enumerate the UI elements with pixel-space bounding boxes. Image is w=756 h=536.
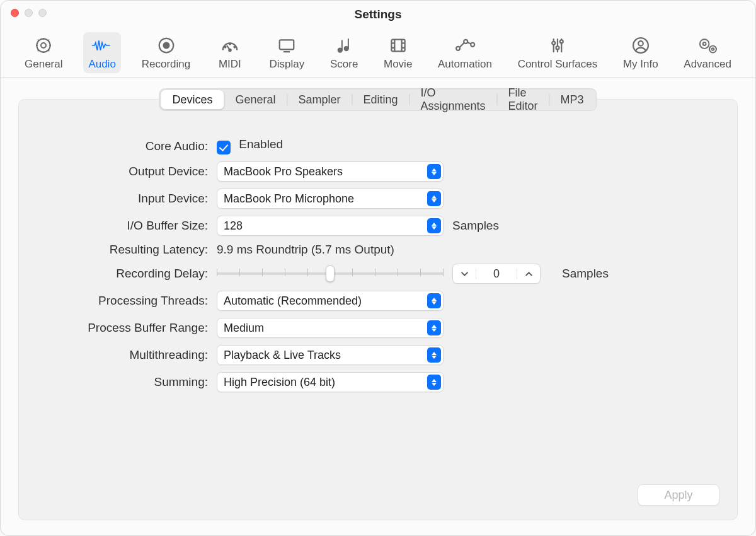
svg-point-8 (229, 44, 231, 45)
latency-label: Resulting Latency: (69, 243, 208, 257)
subtab-sampler[interactable]: Sampler (287, 90, 352, 109)
tab-advanced[interactable]: Advanced (679, 32, 736, 73)
minimize-window-button[interactable] (25, 9, 33, 17)
core-audio-text: Enabled (239, 137, 283, 151)
select-stepper-icon (427, 347, 441, 363)
subtab-file-editor[interactable]: File Editor (497, 90, 549, 109)
recording-delay-unit: Samples (562, 267, 687, 281)
io-buffer-label: I/O Buffer Size: (69, 219, 208, 233)
io-buffer-unit: Samples (452, 219, 687, 233)
svg-point-0 (41, 43, 46, 48)
tab-my-info[interactable]: My Info (618, 32, 663, 73)
select-stepper-icon (427, 164, 441, 179)
close-window-button[interactable] (11, 9, 19, 17)
select-stepper-icon (427, 218, 441, 233)
automation-icon (452, 35, 478, 56)
tab-label: Automation (438, 58, 492, 71)
titlebar: Settings (1, 1, 755, 28)
process-buffer-range-label: Process Buffer Range: (69, 321, 208, 335)
subtab-io-assignments[interactable]: I/O Assignments (410, 90, 497, 109)
summing-select[interactable]: High Precision (64 bit) (217, 372, 444, 392)
apply-button[interactable]: Apply (638, 484, 719, 506)
subtab-devices[interactable]: Devices (161, 90, 224, 109)
window-title: Settings (1, 8, 755, 21)
tab-label: My Info (623, 58, 658, 71)
stepper-increment-button[interactable] (517, 264, 540, 283)
select-stepper-icon (427, 191, 441, 206)
gears-icon (694, 35, 721, 56)
settings-panel: Devices General Sampler Editing I/O Assi… (18, 99, 738, 520)
output-device-label: Output Device: (69, 165, 208, 178)
svg-point-32 (560, 40, 563, 43)
person-circle-icon (627, 35, 654, 56)
tab-score[interactable]: Score (325, 32, 363, 73)
tab-label: MIDI (219, 58, 241, 71)
input-device-value: MacBook Pro Microphone (224, 192, 354, 206)
subtab-mp3[interactable]: MP3 (549, 90, 595, 109)
multithreading-label: Multithreading: (69, 348, 208, 362)
svg-point-7 (234, 47, 235, 48)
tab-label: Audio (88, 58, 115, 71)
tab-audio[interactable]: Audio (83, 32, 121, 73)
tab-movie[interactable]: Movie (379, 32, 417, 73)
select-stepper-icon (427, 320, 441, 335)
tab-label: Recording (142, 58, 191, 71)
zoom-window-button[interactable] (38, 9, 47, 17)
record-icon (153, 35, 180, 56)
svg-point-37 (709, 46, 716, 53)
tab-label: Score (330, 58, 358, 71)
content-area: Devices General Sampler Editing I/O Assi… (1, 78, 755, 535)
io-buffer-select[interactable]: 128 (217, 216, 444, 236)
multithreading-value: Playback & Live Tracks (224, 349, 341, 362)
summing-value: High Precision (64 bit) (224, 376, 335, 389)
tab-label: Advanced (684, 58, 731, 71)
tab-label: General (25, 58, 62, 71)
tab-label: Display (270, 58, 305, 71)
core-audio-label: Core Audio: (69, 139, 208, 153)
sliders-icon (544, 35, 571, 56)
subtab-bar: Devices General Sampler Editing I/O Assi… (159, 88, 597, 111)
svg-line-26 (467, 42, 471, 44)
subtab-general[interactable]: General (224, 90, 287, 109)
select-stepper-icon (427, 293, 441, 308)
recording-delay-stepper[interactable]: 0 (452, 264, 541, 284)
summing-label: Summing: (69, 375, 208, 389)
select-stepper-icon (427, 375, 441, 390)
subtab-editing[interactable]: Editing (352, 90, 409, 109)
output-device-value: MacBook Pro Speakers (224, 165, 343, 178)
svg-rect-9 (280, 40, 294, 49)
core-audio-checkbox[interactable] (217, 141, 231, 154)
slider-thumb-icon[interactable] (326, 265, 335, 282)
input-device-label: Input Device: (69, 192, 208, 206)
tab-general[interactable]: General (20, 32, 67, 73)
svg-point-36 (703, 42, 706, 45)
film-icon (385, 35, 411, 56)
processing-threads-value: Automatic (Recommended) (224, 294, 362, 308)
gauge-icon (217, 35, 243, 56)
process-buffer-range-select[interactable]: Medium (217, 318, 444, 338)
tab-display[interactable]: Display (265, 32, 310, 73)
tab-automation[interactable]: Automation (433, 32, 497, 73)
recording-delay-slider[interactable] (217, 264, 444, 283)
svg-point-22 (456, 47, 460, 50)
gear-icon (30, 35, 57, 56)
latency-value: 9.9 ms Roundtrip (5.7 ms Output) (217, 243, 687, 257)
svg-point-34 (638, 41, 643, 46)
output-device-select[interactable]: MacBook Pro Speakers (217, 161, 444, 182)
process-buffer-range-value: Medium (224, 322, 264, 335)
preferences-toolbar: General Audio Recording (1, 28, 755, 78)
tab-control-surfaces[interactable]: Control Surfaces (513, 32, 603, 73)
recording-delay-label: Recording Delay: (69, 267, 208, 281)
tab-recording[interactable]: Recording (137, 32, 196, 73)
svg-rect-15 (391, 40, 404, 52)
processing-threads-select[interactable]: Automatic (Recommended) (217, 291, 444, 311)
window-controls (11, 9, 47, 17)
svg-point-38 (712, 48, 714, 50)
stepper-decrement-button[interactable] (453, 264, 476, 283)
tab-midi[interactable]: MIDI (211, 32, 249, 73)
display-icon (273, 35, 300, 56)
input-device-select[interactable]: MacBook Pro Microphone (217, 189, 444, 209)
svg-point-6 (224, 47, 226, 48)
multithreading-select[interactable]: Playback & Live Tracks (217, 345, 444, 365)
svg-point-35 (700, 39, 709, 49)
